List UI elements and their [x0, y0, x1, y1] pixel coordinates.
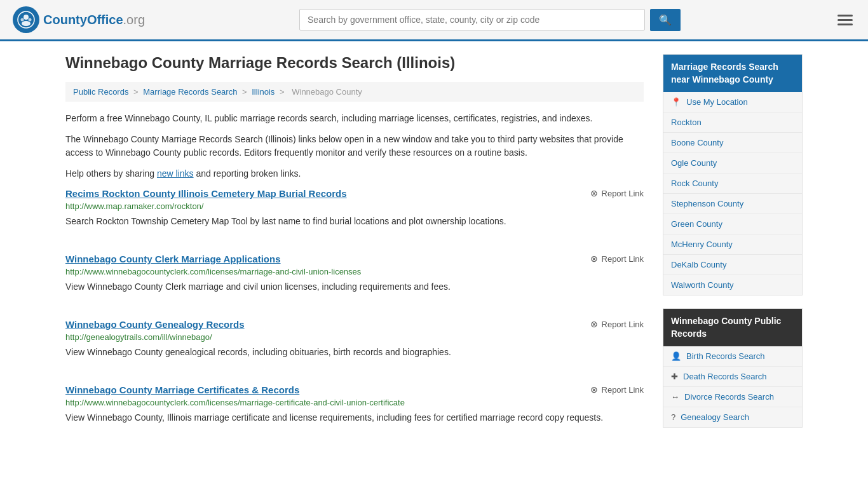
- description-para2: The Winnebago County Marriage Records Se…: [65, 133, 644, 159]
- breadcrumb-sep: >: [133, 87, 140, 97]
- desc-para3-after: and reporting broken links.: [194, 168, 301, 179]
- result-item: Winnebago County Clerk Marriage Applicat…: [65, 254, 644, 304]
- svg-point-2: [22, 21, 31, 26]
- location-icon: 📍: [671, 97, 681, 107]
- svg-point-4: [29, 18, 32, 22]
- logo-icon: [13, 6, 39, 33]
- sidebar: Marriage Records Search near Winnebago C…: [663, 54, 803, 450]
- sidebar-nearby-link-9[interactable]: Walworth County: [671, 280, 734, 290]
- public-record-icon-0: 👤: [671, 351, 681, 361]
- report-label-2: Report Link: [602, 320, 644, 329]
- svg-point-1: [24, 15, 29, 20]
- sidebar-public-link-3[interactable]: Genealogy Search: [681, 412, 749, 422]
- menu-button[interactable]: [835, 12, 855, 28]
- result-desc-0: Search Rockton Township Cemetery Map Too…: [65, 215, 644, 228]
- result-item-header: Winnebago County Genealogy Records ⊗ Rep…: [65, 319, 644, 330]
- sidebar-nearby-link-5[interactable]: Stephenson County: [671, 199, 743, 208]
- breadcrumb-sep: >: [242, 87, 249, 97]
- result-item: Winnebago County Marriage Certificates &…: [65, 384, 644, 435]
- sidebar-public-links: 👤Birth Records Search✚Death Records Sear…: [663, 346, 802, 427]
- sidebar-nearby-item: McHenry County: [663, 234, 802, 255]
- report-link-1[interactable]: ⊗ Report Link: [590, 254, 644, 264]
- sidebar-nearby-item: Ogle County: [663, 153, 802, 173]
- sidebar-nearby-link-3[interactable]: Ogle County: [671, 158, 717, 168]
- report-icon-3: ⊗: [590, 384, 598, 395]
- sidebar-public-link-2[interactable]: Divorce Records Search: [684, 392, 774, 402]
- result-url-3: http://www.winnebagocountyclerk.com/lice…: [65, 398, 644, 407]
- sidebar-nearby-item: Green County: [663, 214, 802, 234]
- search-input[interactable]: [299, 9, 645, 30]
- public-record-icon-3: ?: [671, 412, 675, 422]
- sidebar-nearby-link-6[interactable]: Green County: [671, 219, 722, 229]
- sidebar-nearby-item: Walworth County: [663, 275, 802, 295]
- sidebar-nearby-item: Rockton: [663, 112, 802, 133]
- public-record-icon-1: ✚: [671, 372, 678, 381]
- sidebar-use-location[interactable]: Use My Location: [686, 97, 748, 107]
- sidebar-public-records-title: Winnebago County Public Records: [663, 309, 802, 346]
- result-item-header: Winnebago County Marriage Certificates &…: [65, 384, 644, 395]
- sidebar-nearby-link-4[interactable]: Rock County: [671, 179, 718, 188]
- result-item: Recims Rockton County Illinois Cemetery …: [65, 188, 644, 238]
- menu-icon: [837, 15, 853, 17]
- svg-point-3: [21, 18, 24, 22]
- sidebar-public-item: ↔Divorce Records Search: [663, 387, 802, 407]
- search-icon: 🔍: [659, 15, 672, 25]
- menu-icon: [837, 24, 853, 25]
- new-links-link[interactable]: new links: [157, 168, 194, 179]
- content-area: Winnebago County Marriage Records Search…: [65, 54, 644, 450]
- logo-brand: CountyOffice: [43, 13, 123, 27]
- sidebar-nearby-links: 📍Use My LocationRocktonBoone CountyOgle …: [663, 92, 802, 295]
- report-label-3: Report Link: [602, 385, 644, 395]
- sidebar-nearby-section: Marriage Records Search near Winnebago C…: [663, 54, 803, 295]
- result-desc-1: View Winnebago County Clerk marriage and…: [65, 280, 644, 294]
- report-link-0[interactable]: ⊗ Report Link: [590, 188, 644, 198]
- main-layout: Winnebago County Marriage Records Search…: [53, 41, 815, 463]
- sidebar-public-link-0[interactable]: Birth Records Search: [686, 351, 765, 361]
- result-desc-2: View Winnebago County genealogical recor…: [65, 346, 644, 359]
- public-record-icon-2: ↔: [671, 392, 679, 402]
- breadcrumb-marriage-records[interactable]: Marriage Records Search: [143, 87, 237, 97]
- result-title-0[interactable]: Recims Rockton County Illinois Cemetery …: [65, 188, 347, 199]
- report-link-3[interactable]: ⊗ Report Link: [590, 384, 644, 395]
- sidebar-public-link-1[interactable]: Death Records Search: [683, 372, 767, 381]
- result-url-1: http://www.winnebagocountyclerk.com/lice…: [65, 267, 644, 276]
- breadcrumb-illinois[interactable]: Illinois: [252, 87, 275, 97]
- sidebar-nearby-title: Marriage Records Search near Winnebago C…: [663, 55, 802, 92]
- sidebar-nearby-link-7[interactable]: McHenry County: [671, 240, 733, 249]
- sidebar-public-records-section: Winnebago County Public Records 👤Birth R…: [663, 308, 803, 428]
- report-label-1: Report Link: [602, 254, 644, 264]
- sidebar-nearby-item: 📍Use My Location: [663, 92, 802, 112]
- sidebar-nearby-link-8[interactable]: DeKalb County: [671, 260, 726, 269]
- breadcrumb-sep: >: [280, 87, 287, 97]
- menu-icon: [837, 19, 853, 21]
- sidebar-nearby-item: DeKalb County: [663, 255, 802, 275]
- header: CountyOffice.org 🔍: [0, 0, 868, 41]
- result-item: Winnebago County Genealogy Records ⊗ Rep…: [65, 319, 644, 369]
- breadcrumb-public-records[interactable]: Public Records: [73, 87, 128, 97]
- result-title-1[interactable]: Winnebago County Clerk Marriage Applicat…: [65, 254, 281, 264]
- sidebar-nearby-item: Stephenson County: [663, 194, 802, 214]
- logo-area: CountyOffice.org: [13, 6, 145, 33]
- sidebar-nearby-item: Rock County: [663, 173, 802, 194]
- result-title-3[interactable]: Winnebago County Marriage Certificates &…: [65, 384, 299, 395]
- result-title-2[interactable]: Winnebago County Genealogy Records: [65, 319, 245, 330]
- report-link-2[interactable]: ⊗ Report Link: [590, 319, 644, 329]
- result-item-header: Recims Rockton County Illinois Cemetery …: [65, 188, 644, 199]
- report-icon-1: ⊗: [590, 254, 598, 264]
- results-list: Recims Rockton County Illinois Cemetery …: [65, 188, 644, 435]
- sidebar-nearby-link-1[interactable]: Rockton: [671, 118, 702, 127]
- result-desc-3: View Winnebago County, Illinois marriage…: [65, 411, 644, 424]
- breadcrumb: Public Records > Marriage Records Search…: [65, 82, 644, 102]
- result-url-2: http://genealogytrails.com/ill/winnebago…: [65, 332, 644, 342]
- logo-text: CountyOffice.org: [43, 13, 145, 27]
- desc-para3-before: Help others by sharing: [65, 168, 157, 179]
- breadcrumb-current: Winnebago County: [292, 87, 362, 97]
- search-area: 🔍: [299, 9, 681, 31]
- logo-suffix: .org: [123, 13, 145, 27]
- page-title: Winnebago County Marriage Records Search…: [65, 54, 644, 72]
- search-button[interactable]: 🔍: [650, 9, 681, 31]
- sidebar-nearby-link-2[interactable]: Boone County: [671, 138, 723, 147]
- sidebar-public-item: 👤Birth Records Search: [663, 346, 802, 367]
- description-para1: Perform a free Winnebago County, IL publ…: [65, 112, 644, 125]
- sidebar-public-item: ?Genealogy Search: [663, 407, 802, 427]
